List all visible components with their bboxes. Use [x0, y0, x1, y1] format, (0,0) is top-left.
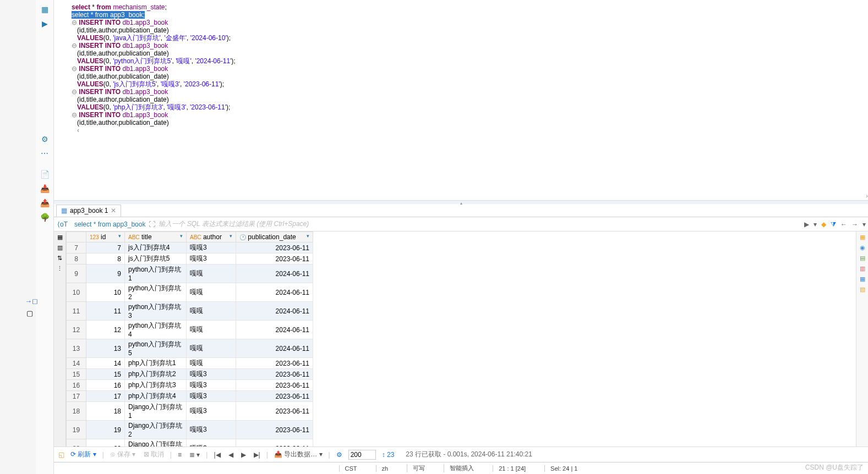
result-left-tabs: ▦ ▥ ⇅ ⋮ [54, 232, 66, 447]
chevron-down-icon: ▾ [307, 233, 309, 239]
result-data-grid: 123 id ▾ ABC title ▾ ABC author ▾ 🕐 publ… [66, 232, 313, 447]
sort-icon[interactable]: ⇅ [57, 255, 62, 262]
status-position: 21 : 1 [24] [493, 465, 531, 472]
more-views-icon[interactable]: ⋮ [57, 265, 63, 272]
panel-icon-5[interactable]: ▦ [860, 275, 865, 283]
far-left-gutter: →◻ ▢ [0, 0, 36, 474]
first-page-icon[interactable]: |◀ [212, 451, 222, 459]
filter-hint[interactable]: 输入一个 SQL 表达式来过滤结果 (使用 Ctrl+Space) [155, 219, 309, 229]
filter-dropdown-icon[interactable]: ▾ [811, 221, 819, 228]
cancel-button[interactable]: ⊠ 取消 [142, 450, 166, 459]
text-view-icon[interactable]: ▥ [57, 244, 63, 251]
highlight-icon[interactable]: ◆ [819, 221, 828, 228]
settings-icon[interactable]: ⚙ [335, 451, 344, 459]
tree-icon[interactable]: 🌳 [39, 211, 51, 223]
sql-editor[interactable]: select * from mechanism_state;select * f… [54, 0, 868, 201]
page-size-input[interactable] [348, 450, 376, 460]
column-header-id[interactable]: 123 id ▾ [86, 232, 125, 242]
last-page-icon[interactable]: ▶| [252, 451, 262, 459]
result-tab-label: app3_book 1 [70, 207, 108, 214]
panel-icon-6[interactable]: ▧ [860, 286, 865, 293]
result-sql-text: select * from app3_book [71, 221, 149, 228]
column-header-title[interactable]: ABC title ▾ [125, 232, 187, 242]
status-insert: 智能插入 [444, 464, 479, 472]
table-row[interactable]: 77js入门到弃坑4嘎嘎32023-06-11 [67, 242, 313, 253]
column-header-author[interactable]: ABC author ▾ [187, 232, 236, 242]
table-row[interactable]: 1414php入门到弃坑1嘎嘎2023-06-11 [67, 358, 313, 369]
status-bar: CST zh 可写 智能插入 21 : 1 [24] Sel: 24 | 1 [54, 462, 868, 474]
status-rw: 可写 [407, 464, 430, 472]
next-page-icon[interactable]: ▶ [239, 451, 248, 459]
table-row[interactable]: 88js入门到弃坑5嘎嘎32023-06-11 [67, 253, 313, 264]
grid-view-icon[interactable]: ▦ [57, 234, 63, 241]
table-row[interactable]: 1717php入门到弃坑4嘎嘎32023-06-11 [67, 391, 313, 402]
rows-icon-2[interactable]: ≣ ▾ [188, 451, 201, 459]
prev-page-icon[interactable]: ◀ [227, 451, 235, 459]
data-grid-scroll[interactable]: 123 id ▾ ABC title ▾ ABC author ▾ 🕐 publ… [66, 232, 856, 447]
table-row[interactable]: 2020Django入门到弃坑3嘎嘎32023-06-11 [67, 439, 313, 447]
row-marker-icon[interactable]: ◱ [58, 451, 64, 459]
table-icon[interactable]: ▦ [39, 3, 51, 15]
window-icon[interactable]: ▢ [25, 309, 35, 319]
result-bottom-toolbar: ◱ ⟳ 刷新 ▾ | ⊙ 保存 ▾ ⊠ 取消 | ≡ ≣ ▾ | |◀ ◀ ▶ … [54, 447, 868, 462]
run-icon[interactable]: ▶ [39, 18, 51, 30]
results-tab-bar: ▦ app3_book 1 ✕ [54, 204, 868, 217]
filter-icon[interactable]: ⧩ [828, 221, 838, 228]
status-lang: zh [376, 465, 394, 472]
dots-icon[interactable]: ⋯ [39, 147, 51, 159]
result-tab[interactable]: ▦ app3_book 1 ✕ [56, 205, 121, 217]
fetch-status: 23 行已获取 - 0.001s, 2024-06-11 21:40:21 [406, 450, 532, 459]
table-row[interactable]: 1111python入门到弃坑3嘎嘎2024-06-11 [67, 302, 313, 321]
watermark: CSDN @U盘失踪了 [805, 463, 864, 472]
table-row[interactable]: 1515php入门到弃坑2嘎嘎32023-06-11 [67, 369, 313, 380]
result-toolbar: ⟨oT select * from app3_book ⛶ 输入一个 SQL 表… [54, 217, 868, 232]
close-icon[interactable]: ✕ [111, 207, 116, 214]
export-button[interactable]: 📤 导出数据… ▾ [272, 450, 324, 459]
scroll-right-icon[interactable]: › [866, 192, 868, 199]
refresh-button[interactable]: ⟳ 刷新 ▾ [69, 450, 98, 459]
table-row[interactable]: 1616php入门到弃坑3嘎嘎32023-06-11 [67, 380, 313, 391]
apply-filter-icon[interactable]: ▶ [802, 221, 811, 228]
table-row[interactable]: 1818Django入门到弃坑1嘎嘎32023-06-11 [67, 402, 313, 421]
link-icon[interactable]: →◻ [25, 297, 35, 307]
table-row[interactable]: 1010python入门到弃坑2嘎嘎2024-06-11 [67, 283, 313, 302]
chevron-down-icon: ▾ [180, 233, 183, 239]
import-icon[interactable]: 📥 [39, 183, 51, 195]
chevron-down-icon: ▾ [230, 233, 232, 239]
column-header-pubdate[interactable]: 🕐 publication_date ▾ [236, 232, 313, 242]
table-row[interactable]: 1919Django入门到弃坑2嘎嘎32023-06-11 [67, 421, 313, 439]
expand-icon[interactable]: ⛶ [149, 221, 155, 228]
rows-icon[interactable]: ≡ [176, 451, 183, 459]
rowcount-icon[interactable]: ↕ 23 [380, 451, 396, 459]
prev-icon[interactable]: ← [838, 221, 849, 228]
status-encoding: CST [339, 465, 363, 472]
table-row[interactable]: 99python入门到弃坑1嘎嘎2024-06-11 [67, 264, 313, 283]
new-file-icon[interactable]: 📄 [39, 168, 51, 180]
table-row[interactable]: 1313python入门到弃坑5嘎嘎2024-06-11 [67, 339, 313, 358]
status-selection: Sel: 24 | 1 [544, 465, 583, 472]
next-icon[interactable]: → [849, 221, 860, 228]
row-number-header[interactable] [67, 232, 86, 242]
export-icon[interactable]: 📤 [39, 197, 51, 209]
panel-icon-4[interactable]: ▥ [860, 265, 865, 272]
more-icon[interactable]: ▾ [860, 221, 868, 228]
save-button[interactable]: ⊙ 保存 ▾ [108, 450, 138, 459]
chevron-down-icon: ▾ [118, 233, 121, 239]
editor-side-toolbar: ▦ ▶ ⚙ ⋯ 📄 📥 📤 🌳 [36, 0, 54, 474]
table-icon: ▦ [61, 207, 67, 214]
gear-icon[interactable]: ⚙ [39, 133, 51, 145]
panel-icon-1[interactable]: ▦ [860, 234, 865, 241]
result-right-tabs: ▦ ◉ ▤ ▥ ▦ ▧ [856, 232, 868, 447]
table-row[interactable]: 1212python入门到弃坑4嘎嘎2024-06-11 [67, 321, 313, 339]
panel-icon-2[interactable]: ◉ [860, 244, 865, 251]
panel-icon-3[interactable]: ▤ [860, 255, 865, 262]
sql-indicator-icon[interactable]: ⟨oT [54, 221, 71, 228]
